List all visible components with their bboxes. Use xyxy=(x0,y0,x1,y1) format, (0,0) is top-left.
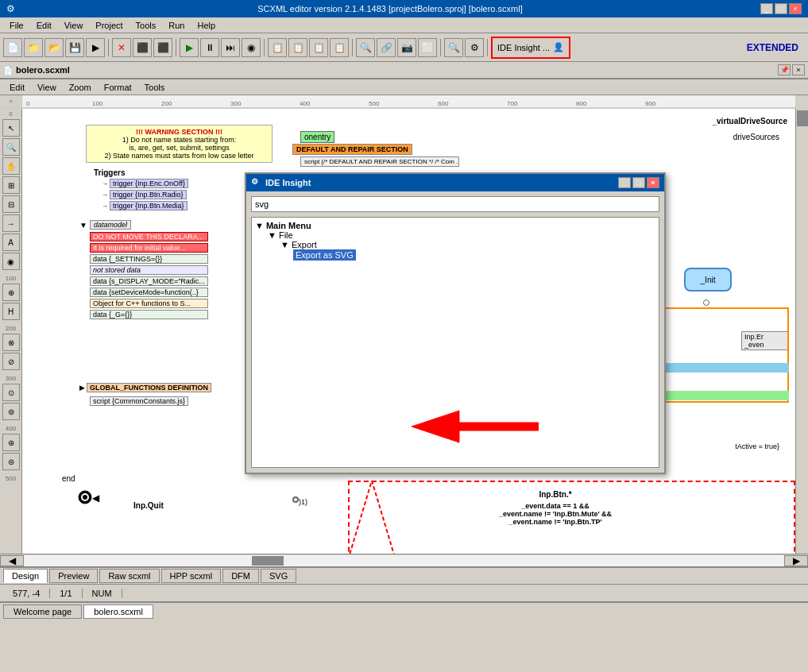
menu-file[interactable]: File xyxy=(3,19,30,32)
sidebar-transition-tool[interactable]: → xyxy=(2,214,20,232)
inner-menu-zoom[interactable]: Zoom xyxy=(63,81,98,94)
sidebar-parallel-tool[interactable]: ⊟ xyxy=(2,195,20,213)
sidebar-select-tool[interactable]: ↖ xyxy=(2,119,20,137)
data-item-3[interactable]: data {_SETTINGS={}} xyxy=(90,254,208,264)
pause-btn[interactable]: ⏸ xyxy=(200,38,219,57)
script-item[interactable]: script {CommonConstants.js} xyxy=(90,396,188,406)
toolbar-btn-16[interactable]: 📋 xyxy=(330,38,349,57)
delete-btn[interactable]: ✕ xyxy=(112,38,131,57)
close-btn[interactable]: × xyxy=(789,3,802,14)
sidebar-tool-16[interactable]: ⊘ xyxy=(2,353,20,370)
dialog-minimize-btn[interactable]: _ xyxy=(618,177,631,188)
step-btn[interactable]: ⏭ xyxy=(221,38,240,57)
minimize-btn[interactable]: _ xyxy=(760,3,773,14)
sidebar-initial-tool[interactable]: ◉ xyxy=(2,253,20,270)
inner-menu-tools[interactable]: Tools xyxy=(138,81,172,94)
toolbar-btn-8[interactable]: ⬛ xyxy=(153,38,172,57)
menu-tools[interactable]: Tools xyxy=(130,19,163,32)
doc-tab-title[interactable]: bolero.scxml xyxy=(16,65,70,75)
menu-help[interactable]: Help xyxy=(191,19,222,32)
h-scroll-track[interactable] xyxy=(24,555,784,566)
save-btn[interactable]: 💾 xyxy=(65,38,84,57)
data-item-7[interactable]: Object for C++ functions to S... xyxy=(90,299,208,308)
toolbar-btn-13[interactable]: 📋 xyxy=(268,38,287,57)
tab-preview[interactable]: Preview xyxy=(49,569,98,583)
dialog-maximize-btn[interactable]: □ xyxy=(632,177,645,188)
window-tab-welcome[interactable]: Welcome page xyxy=(3,604,82,619)
sidebar-pan-tool[interactable]: ✋ xyxy=(2,157,20,175)
toolbar-btn-12[interactable]: ◉ xyxy=(242,38,261,57)
right-scrollbar[interactable] xyxy=(795,109,808,554)
open-folder-btn[interactable]: 📂 xyxy=(44,38,64,57)
trigger-item-1[interactable]: trigger {Inp.Enc.OnOff} xyxy=(110,179,188,188)
data-item-4[interactable]: not stored data xyxy=(90,265,208,275)
sidebar-tool-18[interactable]: ⊚ xyxy=(2,403,20,420)
onentry-label[interactable]: onentry xyxy=(300,131,334,143)
sidebar-tool-19[interactable]: ⊛ xyxy=(2,434,20,451)
default-repair-label[interactable]: DEFAULT AND REPAIR SECTION xyxy=(292,144,412,155)
tab-svg[interactable]: SVG xyxy=(261,569,296,583)
data-item-6[interactable]: data {setDeviceMode=function(..} xyxy=(90,288,208,297)
data-item-1[interactable]: DO NOT MOVE THIS DECLARA... xyxy=(90,232,208,241)
trigger-item-2[interactable]: trigger {Inp.Btn.Radio} xyxy=(110,190,187,199)
doc-close-btn[interactable]: × xyxy=(792,64,805,75)
tree-expand-export[interactable]: ▼ xyxy=(280,240,292,249)
tree-expand-file[interactable]: ▼ xyxy=(268,230,279,240)
menu-view[interactable]: View xyxy=(58,19,90,32)
ide-insight-button[interactable]: IDE Insight ... 👤 xyxy=(491,37,570,59)
scroll-left-btn[interactable]: ◀ xyxy=(0,555,24,566)
new-btn[interactable]: 📄 xyxy=(3,38,22,57)
inner-menu-view[interactable]: View xyxy=(31,81,63,94)
menu-project[interactable]: Project xyxy=(89,19,129,32)
inner-menu-edit[interactable]: Edit xyxy=(3,81,31,94)
h-scrollbar[interactable]: ◀ ▶ xyxy=(0,554,808,566)
toolbar-btn-15[interactable]: 📋 xyxy=(309,38,328,57)
zoom-in-btn[interactable]: 🔍 xyxy=(356,38,375,57)
sidebar-text-tool[interactable]: A xyxy=(2,234,20,251)
inner-menu-format[interactable]: Format xyxy=(98,81,138,94)
tab-dfm[interactable]: DFM xyxy=(222,569,259,583)
sidebar-state-tool[interactable]: ⊞ xyxy=(2,176,20,194)
datamodel-box[interactable]: datamodel xyxy=(90,220,131,230)
doc-pin-btn[interactable]: 📌 xyxy=(778,64,791,75)
tree-export-svg-item[interactable]: Export as SVG xyxy=(293,249,356,261)
tree-file-item[interactable]: ▼ File xyxy=(268,230,655,240)
tab-hpp-scxml[interactable]: HPP scxml xyxy=(161,569,222,583)
dialog-search-input[interactable] xyxy=(251,196,659,212)
sidebar-final-tool[interactable]: ⊕ xyxy=(2,284,20,301)
sidebar-zoom-tool[interactable]: 🔍 xyxy=(2,138,20,156)
scroll-right-btn[interactable]: ▶ xyxy=(784,555,808,566)
toolbar-btn-5[interactable]: ▶ xyxy=(86,38,105,57)
toolbar-btn-14[interactable]: 📋 xyxy=(288,38,307,57)
script-label[interactable]: script {CommonConstants.js} xyxy=(90,396,188,406)
tree-main-menu[interactable]: ▼ Main Menu xyxy=(255,221,655,230)
toolbar-btn-19[interactable]: 📷 xyxy=(397,38,416,57)
data-item-2[interactable]: It is required for initial value... xyxy=(90,243,208,253)
init-state[interactable]: _Init xyxy=(684,268,732,292)
toolbar-btn-7[interactable]: ⬛ xyxy=(133,38,152,57)
zoom-out-btn[interactable]: 🔗 xyxy=(377,38,396,57)
play-btn[interactable]: ▶ xyxy=(180,38,199,57)
window-tab-bolero[interactable]: bolero.scxml xyxy=(83,604,153,619)
toolbar-btn-22[interactable]: ⚙ xyxy=(465,38,484,57)
tab-raw-scxml[interactable]: Raw scxml xyxy=(99,569,159,583)
sidebar-tool-20[interactable]: ⊜ xyxy=(2,453,20,470)
toolbar-btn-2[interactable]: 📁 xyxy=(24,38,43,57)
menu-edit[interactable]: Edit xyxy=(30,19,58,32)
script-comment[interactable]: script {/* DEFAULT AND REPAIR SECTION */… xyxy=(300,156,459,167)
tab-design[interactable]: Design xyxy=(3,569,48,583)
tree-export-item[interactable]: ▼ Export xyxy=(280,240,655,249)
dialog-close-btn[interactable]: × xyxy=(647,177,659,188)
sidebar-history-tool[interactable]: H xyxy=(2,303,20,320)
scrollbar-thumb[interactable] xyxy=(797,110,808,126)
toolbar-btn-20[interactable]: ⬜ xyxy=(418,38,437,57)
trigger-item-3[interactable]: trigger {Inp.Btn.Media} xyxy=(110,201,188,210)
h-scroll-thumb[interactable] xyxy=(252,556,284,566)
toolbar-btn-21[interactable]: 🔍 xyxy=(444,38,463,57)
tree-expand-main[interactable]: ▼ xyxy=(255,221,266,230)
sidebar-tool-15[interactable]: ⊗ xyxy=(2,334,20,351)
menu-run[interactable]: Run xyxy=(162,19,191,32)
global-functions-label[interactable]: GLOBAL_FUNCTIONS DEFINITION xyxy=(87,383,211,392)
sidebar-tool-17[interactable]: ⊙ xyxy=(2,384,20,401)
data-item-8[interactable]: data {_G={}} xyxy=(90,310,208,319)
